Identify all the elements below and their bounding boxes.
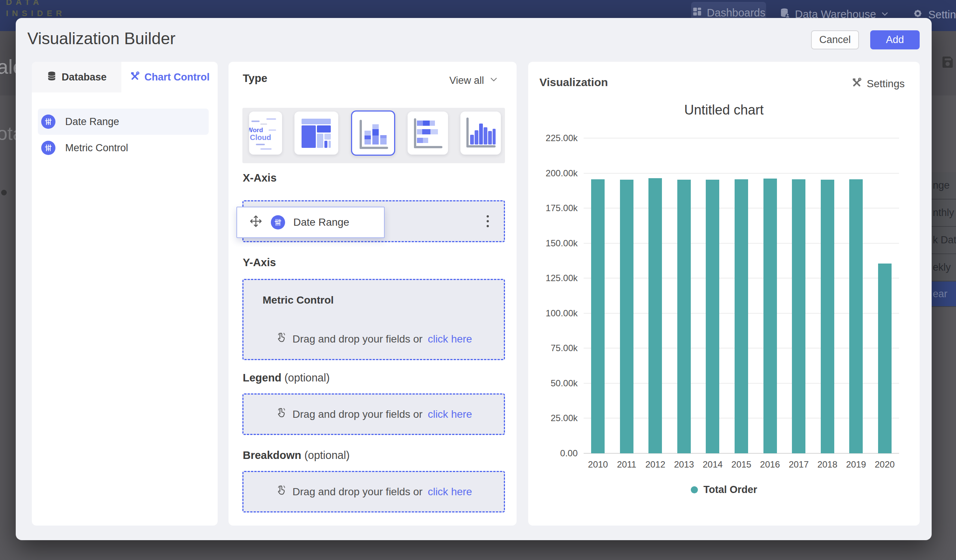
x-axis-tick: 2017 — [785, 459, 813, 470]
bar-2016 — [763, 179, 777, 453]
y-axis-tick: 75.00k — [529, 343, 578, 353]
y-axis-heading: Y-Axis — [243, 256, 276, 269]
builder-panel: Type View all Word Cloud — [228, 62, 517, 525]
x-axis-tick: 2019 — [842, 459, 871, 470]
background-menu-item: nge — [932, 172, 956, 199]
bar-2012 — [648, 178, 662, 453]
x-axis-tick: 2010 — [583, 459, 612, 470]
control-sliders-icon — [41, 141, 55, 155]
y-axis-tick: 150.00k — [529, 238, 578, 249]
y-axis-tick: 200.00k — [529, 168, 578, 179]
modal-title: Visualization Builder — [27, 29, 175, 48]
bar-2020 — [878, 264, 892, 453]
bar-2011 — [620, 180, 634, 453]
click-here-link[interactable]: click here — [428, 408, 472, 420]
breakdown-heading: Breakdown (optional) — [243, 449, 349, 461]
background-dropdown-menu: ngenthlyk Dateeklyear — [932, 172, 956, 307]
chart-type-treemap[interactable] — [294, 111, 338, 155]
background-menu-item: k Date — [932, 227, 956, 254]
x-axis-tick: 2014 — [698, 459, 727, 470]
bar-2018 — [821, 180, 834, 453]
gridline — [583, 138, 899, 138]
fields-panel: Database Chart Control Date Range Metric… — [32, 62, 218, 525]
bar-2013 — [677, 180, 691, 453]
visualization-builder-modal: Visualization Builder Cancel Add Databas… — [16, 18, 932, 540]
field-item-metric-control[interactable]: Metric Control — [38, 135, 209, 161]
settings-button[interactable]: Settings — [851, 77, 905, 91]
gridline — [583, 173, 899, 174]
visualization-heading: Visualization — [539, 76, 608, 89]
bar-2017 — [792, 179, 805, 453]
field-item-date-range[interactable]: Date Range — [38, 108, 209, 135]
legend-series-label: Total Order — [703, 484, 758, 496]
background-bullet-dot — [1, 190, 7, 195]
chart-type-word-cloud[interactable]: Word Cloud — [249, 111, 282, 155]
y-axis-tick: 175.00k — [529, 203, 578, 213]
breakdown-dropzone[interactable]: Drag and drop your fields or click here — [242, 471, 505, 513]
bar-2019 — [849, 179, 863, 453]
metric-control-placeholder: Metric Control — [263, 294, 334, 306]
database-icon — [46, 71, 57, 84]
x-axis-heading: X-Axis — [243, 172, 277, 184]
add-button[interactable]: Add — [870, 30, 920, 49]
y-axis-tick: 50.00k — [529, 378, 578, 389]
hand-tap-icon — [275, 332, 287, 346]
type-heading: Type — [243, 72, 267, 85]
x-axis-tick: 2016 — [756, 459, 785, 470]
chart-type-stacked-bar[interactable] — [407, 111, 448, 155]
chevron-down-icon — [489, 75, 498, 86]
move-icon — [249, 215, 263, 231]
bar-2015 — [734, 179, 748, 453]
chart-type-histogram[interactable] — [461, 111, 501, 155]
x-axis-tick: 2011 — [612, 459, 642, 470]
bar-chart-plot: 0.0025.00k50.00k75.00k100.00k125.00k150.… — [583, 138, 899, 453]
x-axis-tick: 2013 — [670, 459, 699, 470]
tab-database[interactable]: Database — [32, 62, 121, 93]
view-all-dropdown[interactable]: View all — [449, 75, 498, 86]
y-axis-tick: 25.00k — [529, 413, 578, 424]
y-axis-tick: 100.00k — [529, 308, 578, 318]
chart-title: Untitled chart — [528, 102, 920, 118]
bar-2014 — [706, 180, 719, 453]
legend-dropzone[interactable]: Drag and drop your fields or click here — [242, 394, 505, 435]
bar-2010 — [591, 179, 605, 453]
chart-type-column-chart[interactable] — [351, 110, 395, 156]
click-here-link[interactable]: click here — [428, 486, 472, 498]
click-here-link[interactable]: click here — [428, 333, 472, 345]
legend-marker — [691, 486, 698, 493]
y-axis-tick: 0.00 — [529, 448, 578, 458]
dashboards-icon — [692, 6, 702, 19]
y-axis-tick: 125.00k — [529, 273, 578, 283]
control-sliders-icon — [271, 215, 285, 229]
tab-chart-control[interactable]: Chart Control — [121, 62, 218, 93]
legend-heading: Legend (optional) — [243, 372, 330, 384]
x-axis-tick: 2020 — [870, 459, 899, 470]
tools-icon — [851, 77, 862, 91]
app-logo: DATA INSIDER — [6, 0, 66, 19]
background-menu-item: ear — [932, 281, 956, 307]
background-menu-item: nthly — [932, 199, 956, 227]
chart-legend: Total Order — [528, 484, 920, 496]
save-icon — [940, 55, 955, 71]
visualization-panel: Visualization Settings Untitled chart 0.… — [528, 62, 920, 525]
y-axis-tick: 225.00k — [529, 133, 578, 143]
hand-tap-icon — [275, 407, 287, 422]
hand-tap-icon — [275, 485, 287, 499]
date-range-chip[interactable]: Date Range — [236, 207, 385, 238]
cancel-button[interactable]: Cancel — [811, 30, 859, 49]
control-sliders-icon — [41, 115, 55, 129]
kebab-menu-icon[interactable] — [480, 210, 495, 232]
x-axis-tick: 2015 — [727, 459, 756, 470]
x-axis-tick: 2018 — [813, 459, 842, 470]
chart-type-strip: Word Cloud — [242, 108, 505, 163]
background-menu-item: ekly — [932, 254, 956, 281]
x-axis-tick: 2012 — [641, 459, 670, 470]
tools-icon — [130, 71, 140, 84]
y-axis-dropzone[interactable]: Metric Control Drag and drop your fields… — [242, 279, 505, 360]
